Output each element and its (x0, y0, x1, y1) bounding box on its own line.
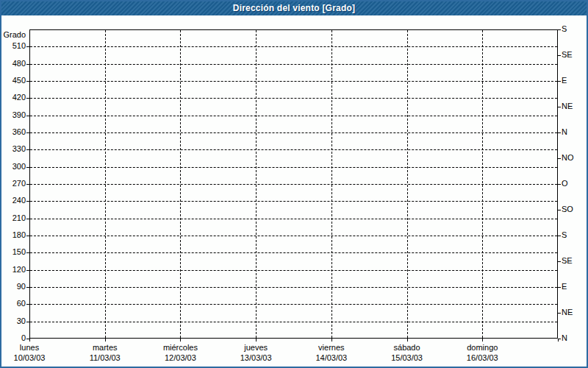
x-axis-tick-mark (105, 339, 106, 342)
y-axis-tick-label: 240 (0, 196, 26, 205)
x-axis-day-label: lunes10/03/03 (0, 342, 67, 363)
compass-axis-tick-mark (558, 287, 561, 288)
y-axis-tick-mark (26, 132, 29, 133)
x-axis-day-label: martes11/03/03 (68, 342, 143, 363)
day-date-label: 14/03/03 (294, 353, 369, 363)
compass-axis-tick-mark (558, 81, 561, 82)
day-date-label: 16/03/03 (445, 353, 520, 363)
y-axis-tick-label: 450 (0, 76, 26, 85)
day-date-label: 12/03/03 (143, 353, 218, 363)
chart-title: Dirección del viento [Grado] (233, 3, 355, 13)
y-axis-tick-mark (26, 184, 29, 185)
y-axis-tick-mark (26, 149, 29, 150)
y-axis-tick-mark (26, 98, 29, 99)
compass-axis-tick-mark (558, 261, 561, 262)
compass-tick-label: S (562, 24, 567, 34)
y-axis-tick-mark (26, 201, 29, 202)
day-date-label: 15/03/03 (370, 353, 445, 363)
y-axis-tick-mark (26, 116, 29, 116)
compass-tick-label: SE (562, 256, 573, 266)
x-axis-day-label: jueves13/03/03 (218, 342, 293, 363)
x-axis-tick-mark (331, 339, 332, 342)
compass-axis-tick-mark (558, 210, 561, 210)
day-name-label: viernes (294, 342, 369, 353)
compass-tick-label: NE (562, 102, 573, 111)
x-axis-day-label: domingo16/03/03 (445, 342, 520, 363)
x-axis-tick-mark (29, 339, 30, 342)
day-name-label: domingo (445, 342, 520, 353)
y-axis-tick-label: 150 (0, 247, 26, 257)
day-date-label: 10/03/03 (0, 353, 67, 363)
x-axis-tick-mark (482, 339, 483, 342)
title-bar: Dirección del viento [Grado] (0, 0, 588, 15)
y-axis-tick-mark (26, 219, 29, 219)
chart-window: Dirección del viento [Grado] 03060901201… (0, 0, 588, 368)
y-axis-tick-label: 90 (0, 282, 26, 291)
y-axis-tick-label: 480 (0, 59, 26, 68)
y-axis-tick-mark (26, 252, 29, 253)
compass-tick-label: E (562, 76, 567, 85)
y-axis-tick-mark (26, 81, 29, 82)
compass-axis-tick-mark (558, 158, 561, 159)
y-axis-tick-label: 360 (0, 127, 26, 137)
compass-tick-label: N (562, 333, 567, 343)
y-axis-tick-label: 300 (0, 162, 26, 171)
y-axis-tick-mark (26, 64, 29, 65)
compass-tick-label: SE (562, 50, 573, 60)
y-axis-tick-mark (26, 322, 29, 322)
x-axis-tick-mark (558, 339, 559, 342)
y-axis-tick-label: 270 (0, 179, 26, 188)
x-axis-tick-mark (407, 339, 408, 342)
day-name-label: lunes (0, 342, 67, 353)
compass-tick-label: E (562, 282, 567, 291)
y-axis-tick-label: 390 (0, 110, 26, 120)
compass-axis-tick-mark (558, 236, 561, 236)
compass-axis-tick-mark (558, 184, 561, 185)
compass-tick-label: SO (562, 205, 573, 214)
compass-axis-tick-mark (558, 55, 561, 56)
plot-area (29, 29, 558, 339)
compass-tick-label: NE (562, 308, 573, 317)
compass-axis-tick-mark (558, 313, 561, 314)
y-axis-tick-label: 180 (0, 230, 26, 240)
y-axis-tick-mark (26, 46, 29, 47)
compass-axis-tick-mark (558, 107, 561, 107)
y-axis-tick-label: 30 (0, 316, 26, 326)
y-axis-tick-label: 60 (0, 299, 26, 308)
compass-tick-label: NO (562, 153, 574, 163)
y-axis-tick-label: 120 (0, 265, 26, 275)
compass-tick-label: O (562, 179, 568, 188)
y-axis-tick-label: 330 (0, 144, 26, 154)
compass-tick-label: N (562, 127, 567, 137)
day-name-label: miércoles (143, 342, 218, 353)
x-axis-day-label: sábado15/03/03 (370, 342, 445, 363)
day-name-label: sábado (370, 342, 445, 353)
x-axis-day-label: miércoles12/03/03 (143, 342, 218, 363)
y-axis-tick-mark (26, 270, 29, 271)
x-axis-tick-mark (256, 339, 257, 342)
day-name-label: martes (68, 342, 143, 353)
y-axis-label-grado: Grado (0, 30, 26, 40)
y-axis-tick-label: 420 (0, 93, 26, 102)
y-axis-tick-mark (26, 287, 29, 288)
y-axis-tick-label: 510 (0, 41, 26, 51)
compass-tick-label: S (562, 230, 567, 240)
compass-axis-tick-mark (558, 29, 561, 30)
compass-axis-tick-mark (558, 132, 561, 133)
day-date-label: 11/03/03 (68, 353, 143, 363)
y-axis-tick-mark (26, 236, 29, 236)
day-name-label: jueves (218, 342, 293, 353)
x-axis-day-label: viernes14/03/03 (294, 342, 369, 363)
x-axis-tick-mark (180, 339, 181, 342)
y-axis-tick-mark (26, 167, 29, 168)
day-date-label: 13/03/03 (218, 353, 293, 363)
y-axis-tick-label: 210 (0, 213, 26, 223)
y-axis-tick-mark (26, 304, 29, 305)
